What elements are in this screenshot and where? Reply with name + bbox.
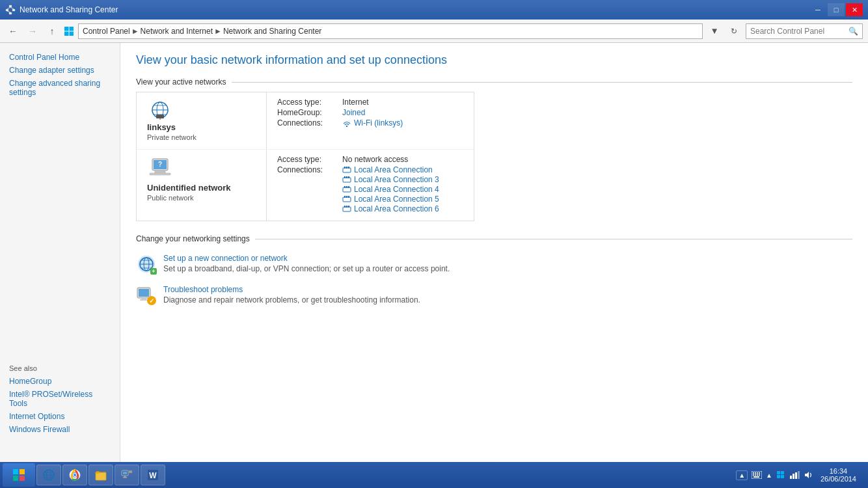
troubleshoot-content: Troubleshoot problems Diagnose and repai… — [163, 285, 420, 305]
content-area: View your basic network information and … — [120, 43, 868, 462]
local-area-connection-4-link[interactable]: Local Area Connection 4 — [342, 185, 439, 194]
svg-rect-21 — [155, 171, 165, 173]
wifi-icon — [342, 119, 351, 127]
svg-rect-84 — [753, 474, 754, 476]
network-tray-icon[interactable] — [789, 470, 800, 480]
forward-button[interactable]: → — [25, 23, 40, 39]
path-control-panel[interactable]: Control Panel — [83, 27, 130, 36]
taskbar-network[interactable] — [115, 465, 139, 485]
refresh-button[interactable]: ↻ — [726, 23, 742, 39]
main-layout: Control Panel Home Change adapter settin… — [0, 43, 868, 462]
svg-rect-9 — [64, 31, 69, 36]
up-button[interactable]: ↑ — [44, 23, 60, 39]
taskbar-chrome[interactable] — [62, 465, 87, 485]
title-bar: Network and Sharing Center ─ □ ✕ — [0, 0, 868, 20]
wifi-link[interactable]: Wi-Fi (linksys) — [342, 118, 403, 128]
svg-rect-0 — [9, 5, 12, 7]
new-connection-link[interactable]: Set up a new connection or network — [163, 254, 450, 263]
troubleshoot-desc: Diagnose and repair network problems, or… — [163, 295, 420, 305]
address-path[interactable]: Control Panel ► Network and Internet ► N… — [78, 23, 703, 39]
svg-rect-90 — [781, 471, 784, 474]
address-dropdown-button[interactable]: ▼ — [707, 23, 722, 39]
sidebar-item-homegroup[interactable]: HomeGroup — [0, 375, 120, 388]
path-network-internet[interactable]: Network and Internet — [141, 27, 213, 36]
networks-table: linksys Private network Access type: Int… — [136, 92, 474, 221]
svg-rect-2 — [12, 9, 15, 11]
network-row-linksys: linksys Private network Access type: Int… — [137, 92, 474, 150]
path-network-sharing[interactable]: Network and Sharing Center — [223, 27, 321, 36]
local-area-connection-6-link[interactable]: Local Area Connection 6 — [342, 204, 439, 213]
svg-rect-74 — [124, 476, 126, 477]
linksys-wifi-col: Wi-Fi (linksys) — [342, 118, 403, 128]
svg-rect-26 — [346, 167, 347, 169]
new-connection-content: Set up a new connection or network Set u… — [163, 254, 450, 273]
svg-rect-39 — [348, 196, 349, 198]
svg-rect-85 — [755, 474, 756, 476]
sidebar-item-internet-options[interactable]: Internet Options — [0, 410, 120, 423]
search-input[interactable] — [750, 27, 848, 36]
unidentified-network-icon: ? — [147, 157, 173, 180]
svg-rect-33 — [344, 186, 346, 188]
unidentified-connections-label: Connections: — [277, 165, 342, 214]
svg-rect-93 — [790, 476, 792, 479]
svg-rect-94 — [793, 474, 794, 479]
back-button[interactable]: ← — [5, 23, 21, 39]
linksys-homegroup-value[interactable]: Joined — [342, 108, 365, 117]
svg-rect-1 — [6, 9, 8, 11]
svg-rect-25 — [344, 167, 346, 169]
local-area-connection-5-link[interactable]: Local Area Connection 5 — [342, 195, 439, 204]
taskbar-explorer[interactable] — [88, 465, 113, 485]
tray-up-arrow: ▲ — [766, 472, 772, 479]
start-button[interactable] — [3, 463, 35, 487]
tray-show-hidden[interactable]: ▲ — [736, 470, 748, 480]
troubleshoot-icon: ✓ — [136, 285, 157, 306]
clock-time: 16:34 — [821, 467, 856, 475]
svg-point-70 — [74, 474, 76, 476]
sidebar-item-change-adapter[interactable]: Change adapter settings — [0, 64, 120, 77]
local-area-connection-1-text: Local Area Connection — [354, 165, 433, 174]
sidebar-item-change-advanced[interactable]: Change advanced sharing settings — [0, 77, 120, 99]
sound-icon[interactable] — [804, 470, 813, 480]
ethernet-icon-6 — [342, 205, 351, 213]
svg-rect-42 — [346, 206, 347, 208]
sidebar-item-windows-firewall[interactable]: Windows Firewall — [0, 423, 120, 436]
flag-icon[interactable] — [776, 470, 785, 480]
maximize-button[interactable]: □ — [828, 3, 845, 16]
network-row-unidentified: ? Unidentified network Public network Ac… — [137, 150, 474, 221]
linksys-type: Private network — [147, 133, 256, 141]
ethernet-icon-4 — [342, 185, 351, 193]
taskbar-ie[interactable] — [36, 465, 61, 485]
sidebar-item-intel-proset[interactable]: Intel® PROSet/Wireless Tools — [0, 388, 120, 410]
local-area-connection-4-text: Local Area Connection 4 — [354, 185, 439, 194]
svg-rect-53 — [139, 289, 149, 297]
minimize-button[interactable]: ─ — [809, 3, 826, 16]
page-title: View your basic network information and … — [136, 53, 852, 67]
sidebar-item-control-panel-home[interactable]: Control Panel Home — [0, 51, 120, 64]
troubleshoot-link[interactable]: Troubleshoot problems — [163, 285, 420, 294]
keyboard-icon[interactable] — [752, 471, 762, 479]
svg-text:+: + — [152, 268, 155, 275]
linksys-access-value: Internet — [342, 98, 369, 107]
path-sep-2: ► — [214, 27, 222, 36]
svg-rect-91 — [777, 475, 780, 478]
search-box[interactable]: 🔍 — [746, 23, 863, 39]
system-time[interactable]: 16:34 26/06/2014 — [817, 467, 860, 483]
sidebar: Control Panel Home Change adapter settin… — [0, 43, 120, 462]
search-icon[interactable]: 🔍 — [848, 27, 858, 36]
title-bar-controls: ─ □ ✕ — [809, 3, 863, 16]
svg-rect-29 — [344, 176, 346, 178]
unidentified-name: Unidentified network — [147, 183, 256, 193]
see-also-title: See also — [0, 355, 120, 375]
linksys-homegroup-label: HomeGroup: — [277, 108, 342, 117]
svg-rect-87 — [759, 474, 760, 476]
local-area-connection-1-link[interactable]: Local Area Connection — [342, 165, 439, 174]
close-button[interactable]: ✕ — [846, 3, 863, 16]
svg-rect-34 — [346, 186, 347, 188]
svg-rect-3 — [9, 12, 12, 14]
svg-rect-60 — [13, 476, 18, 481]
svg-rect-80 — [753, 472, 754, 474]
taskbar-word[interactable]: W — [141, 465, 165, 485]
svg-rect-24 — [343, 168, 351, 172]
svg-rect-41 — [344, 206, 346, 208]
local-area-connection-3-link[interactable]: Local Area Connection 3 — [342, 175, 439, 184]
